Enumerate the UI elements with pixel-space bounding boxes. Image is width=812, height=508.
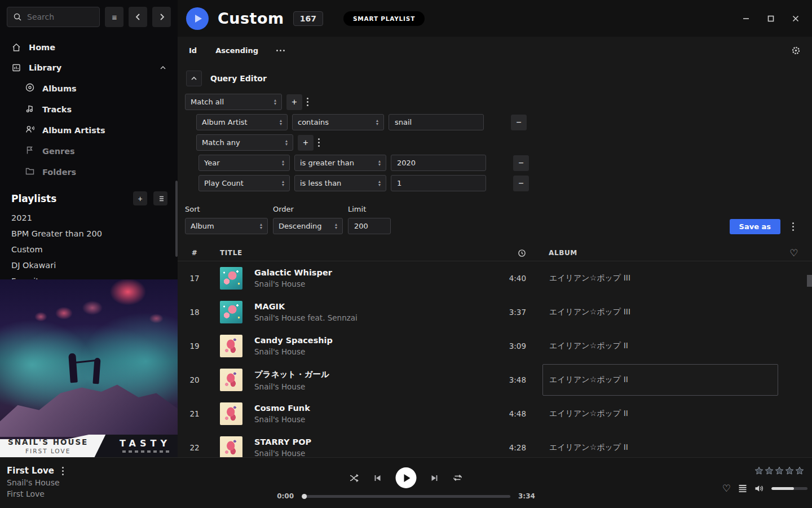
- rule-field-select[interactable]: Album Artist ▴▾: [196, 114, 288, 130]
- play-playlist-button[interactable]: [186, 7, 209, 30]
- collapse-query-editor-button[interactable]: [186, 71, 202, 86]
- search-input[interactable]: Search: [7, 7, 100, 27]
- play-pause-button[interactable]: [396, 467, 417, 488]
- track-artist: Snail's House: [254, 415, 310, 424]
- sidebar-item-albums[interactable]: Albums: [0, 78, 178, 99]
- track-album: エイリアン☆ポップ II: [530, 397, 778, 431]
- playlist-item[interactable]: 2021: [11, 210, 167, 226]
- track-row[interactable]: 22 STARRY POP Snail's House 4:28 エイリアン☆ポ…: [178, 431, 812, 457]
- now-playing-info: First Love Snail's House First Love: [7, 466, 64, 498]
- track-list-scrollbar-thumb[interactable]: [807, 275, 812, 287]
- now-playing-options-icon[interactable]: [62, 467, 64, 475]
- sort-select[interactable]: Album ▴▾: [185, 218, 268, 234]
- sidebar-item-library[interactable]: Library: [0, 58, 178, 78]
- rule-operator-select[interactable]: contains ▴▾: [292, 114, 384, 130]
- star-icon[interactable]: [765, 466, 774, 475]
- add-rule-button[interactable]: +: [286, 94, 302, 110]
- rule-operator-select[interactable]: is greater than ▴▾: [294, 155, 386, 171]
- track-row[interactable]: 17 Galactic Whisper Snail's House 4:40 エ…: [178, 261, 812, 295]
- sort-field-button[interactable]: Id: [189, 46, 197, 55]
- gear-icon[interactable]: [791, 46, 801, 55]
- favorite-button[interactable]: ♡: [722, 484, 731, 493]
- select-stepper-icon: ▴▾: [282, 180, 284, 187]
- add-playlist-button[interactable]: +: [133, 191, 147, 205]
- sidebar-item-tracks[interactable]: Tracks: [0, 99, 178, 120]
- maximize-button[interactable]: [762, 10, 779, 27]
- rule-field-select[interactable]: Year ▴▾: [198, 155, 290, 171]
- plus-icon: +: [138, 194, 142, 203]
- rule-value-input[interactable]: [391, 155, 486, 171]
- remove-rule-button[interactable]: −: [513, 155, 529, 171]
- rule-operator-select[interactable]: is less than ▴▾: [294, 175, 386, 191]
- column-header-favorite[interactable]: ♡: [778, 248, 812, 258]
- shuffle-button[interactable]: [350, 474, 360, 483]
- track-row[interactable]: 18 MAGIK Snail's House feat. Sennzai 3:3…: [178, 295, 812, 329]
- star-icon[interactable]: [795, 466, 804, 475]
- star-icon[interactable]: [775, 466, 784, 475]
- track-artist: Snail's House feat. Sennzai: [254, 313, 358, 322]
- playlist-item[interactable]: Custom: [11, 242, 167, 257]
- volume-icon[interactable]: [754, 484, 764, 493]
- track-row[interactable]: 20 プラネット・ガール Snail's House 3:48 エイリアン☆ポッ…: [178, 363, 812, 397]
- player-right-icons: ♡: [722, 484, 807, 493]
- sidebar-scrollbar-thumb[interactable]: [175, 181, 178, 257]
- column-header-album[interactable]: ALBUM: [530, 249, 778, 257]
- track-artist: Snail's House: [254, 279, 332, 288]
- rule-value-input[interactable]: [391, 175, 486, 191]
- rule-value-input[interactable]: [389, 114, 484, 130]
- sidebar-item-home[interactable]: Home: [0, 37, 178, 58]
- track-album-art: [220, 335, 242, 357]
- order-select[interactable]: Descending ▴▾: [273, 218, 343, 234]
- playlist-options-icon[interactable]: [785, 219, 801, 234]
- library-item-label: Genres: [42, 147, 75, 156]
- group-options-icon[interactable]: [307, 98, 308, 106]
- manage-playlists-button[interactable]: [153, 191, 167, 205]
- match-mode-select[interactable]: Match all ▴▾: [185, 94, 282, 110]
- close-button[interactable]: [787, 10, 804, 27]
- menu-button[interactable]: ≡: [105, 7, 123, 27]
- rule-field-select[interactable]: Play Count ▴▾: [198, 175, 290, 191]
- limit-input[interactable]: [348, 218, 391, 234]
- group-options-icon[interactable]: [318, 138, 320, 147]
- minimize-button[interactable]: [738, 10, 754, 27]
- add-rule-button[interactable]: +: [298, 135, 314, 151]
- seek-handle[interactable]: [302, 494, 307, 499]
- sidebar-toolbar: Search ≡: [0, 0, 178, 34]
- now-playing-album-art[interactable]: SNAIL'S HOUSE FIRST LOVE TASTY: [0, 279, 178, 457]
- nav-forward-button[interactable]: [152, 7, 171, 27]
- track-row[interactable]: 21 Cosmo Funk Snail's House 4:48 エイリアン☆ポ…: [178, 397, 812, 431]
- repeat-button[interactable]: [453, 474, 463, 482]
- track-album-art: [220, 369, 242, 391]
- seek-section: 0:00 3:34: [277, 492, 535, 500]
- library-sublist: Albums Tracks Album Artists Genres Folde…: [0, 78, 178, 182]
- album-art-artist: SNAIL'S HOUSE: [8, 437, 88, 446]
- sidebar-item-folders[interactable]: Folders: [0, 161, 178, 182]
- remove-rule-button[interactable]: −: [513, 176, 529, 191]
- more-options-icon[interactable]: [276, 50, 285, 51]
- track-row[interactable]: 19 Candy Spaceship Snail's House 3:09 エイ…: [178, 329, 812, 363]
- column-header-number[interactable]: #: [178, 249, 211, 257]
- seek-bar[interactable]: [302, 495, 510, 498]
- playlist-item[interactable]: DJ Okawari: [11, 257, 167, 273]
- sidebar-item-album-artists[interactable]: Album Artists: [0, 120, 178, 141]
- titlebar: Custom 167 SMART PLAYLIST: [178, 0, 812, 37]
- queue-icon[interactable]: [738, 484, 747, 493]
- sort-direction-button[interactable]: Ascending: [215, 46, 258, 55]
- previous-button[interactable]: [374, 474, 382, 482]
- match-mode-select[interactable]: Match any ▴▾: [196, 134, 293, 151]
- star-icon[interactable]: [785, 466, 794, 475]
- star-icon[interactable]: [754, 466, 764, 475]
- track-title: プラネット・ガール: [254, 369, 329, 380]
- volume-slider[interactable]: [771, 487, 807, 490]
- next-button[interactable]: [431, 474, 439, 482]
- playlist-item[interactable]: BPM Greater than 200: [11, 226, 167, 242]
- play-icon: [195, 15, 202, 23]
- column-header-duration[interactable]: [482, 249, 530, 257]
- save-as-button[interactable]: Save as: [730, 219, 780, 234]
- limit-label: Limit: [348, 205, 391, 213]
- library-item-label: Folders: [42, 168, 76, 177]
- remove-rule-button[interactable]: −: [511, 115, 527, 130]
- column-header-title[interactable]: TITLE: [211, 249, 482, 257]
- sidebar-item-genres[interactable]: Genres: [0, 141, 178, 161]
- nav-back-button[interactable]: [129, 7, 147, 27]
